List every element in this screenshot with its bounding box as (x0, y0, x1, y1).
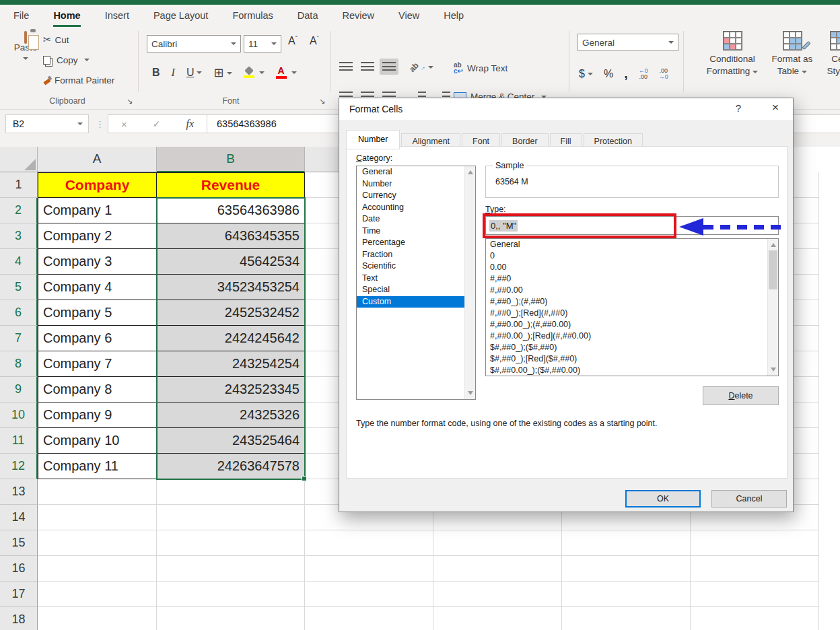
type-input[interactable]: 0,, "M" (485, 216, 779, 235)
cell-e15[interactable] (562, 530, 691, 556)
cell-b2[interactable]: 63564363986 (157, 198, 305, 223)
row-header-4[interactable]: 4 (0, 249, 38, 275)
category-listbox[interactable]: GeneralNumberCurrencyAccountingDateTimeP… (356, 166, 476, 400)
font-name-combo[interactable]: Calibri (147, 35, 241, 53)
format-code-item-4[interactable]: #,##0.00 (486, 285, 778, 296)
cell-b15[interactable] (157, 530, 305, 556)
cell-a15[interactable] (38, 530, 157, 556)
menu-tab-data[interactable]: Data (298, 5, 318, 27)
cell-f16[interactable] (691, 556, 819, 582)
menu-tab-view[interactable]: View (398, 5, 419, 27)
format-code-item-8[interactable]: #,##0.00_);[Red](#,##0.00) (486, 330, 778, 342)
formula-bar-handle[interactable]: ⋮ (96, 114, 105, 133)
dialog-tab-number[interactable]: Number (346, 130, 400, 149)
format-code-item-7[interactable]: #,##0.00_);(#,##0.00) (486, 319, 778, 330)
dialog-title-bar[interactable]: Format Cells (339, 98, 793, 120)
cell-c16[interactable] (305, 556, 433, 582)
cell-d17[interactable] (433, 582, 562, 607)
codes-scrollbar[interactable] (767, 239, 778, 376)
row-header-10[interactable]: 10 (0, 403, 38, 428)
cell-b3[interactable]: 6436345355 (157, 223, 305, 249)
grow-font-button[interactable]: Aˆ (288, 35, 298, 47)
column-header-a[interactable]: A (38, 147, 157, 172)
category-item-custom[interactable]: Custom (357, 296, 475, 308)
menu-tab-home[interactable]: Home (53, 5, 80, 27)
row-header-6[interactable]: 6 (0, 300, 38, 326)
cell-b18[interactable] (157, 607, 305, 630)
clipboard-dialog-launcher[interactable]: ↘ (127, 97, 133, 106)
cell-b12[interactable]: 24263647578 (157, 454, 305, 479)
menu-tab-review[interactable]: Review (342, 5, 374, 27)
scroll-thumb[interactable] (769, 250, 777, 289)
dialog-close-button[interactable]: × (762, 101, 789, 114)
font-name-caret[interactable] (231, 42, 236, 45)
format-code-item-10[interactable]: $#,##0_);[Red]($#,##0) (486, 353, 778, 365)
category-item-fraction[interactable]: Fraction (357, 249, 475, 261)
format-codes-listbox[interactable]: General00.00#,##0#,##0.00#,##0_);(#,##0)… (485, 238, 779, 376)
font-size-combo[interactable]: 11 (244, 35, 281, 53)
cell-d16[interactable] (433, 556, 562, 582)
cell-styles-button[interactable]: CellStyles (816, 31, 840, 77)
row-header-2[interactable]: 2 (0, 198, 38, 223)
cell-b7[interactable]: 2424245642 (157, 326, 305, 351)
row-header-12[interactable]: 12 (0, 454, 38, 479)
align-bottom-button-selected[interactable] (380, 59, 398, 75)
row-header-16[interactable]: 16 (0, 556, 38, 582)
bold-button[interactable]: B (152, 67, 160, 79)
cell-a10[interactable]: Company 9 (38, 403, 157, 428)
borders-caret[interactable] (227, 72, 232, 75)
cell-b8[interactable]: 243254254 (157, 351, 305, 377)
category-item-percentage[interactable]: Percentage (357, 237, 475, 249)
insert-function-icon[interactable]: fx (186, 118, 194, 130)
row-header-3[interactable]: 3 (0, 223, 38, 249)
cell-a7[interactable]: Company 6 (38, 326, 157, 351)
cell-b10[interactable]: 24325326 (157, 403, 305, 428)
format-code-item-9[interactable]: $#,##0_);($#,##0) (486, 342, 778, 353)
cell-a18[interactable] (38, 607, 157, 630)
format-as-table-button[interactable]: Format asTable (766, 31, 818, 77)
category-item-text[interactable]: Text (357, 273, 475, 285)
cell-c17[interactable] (305, 582, 433, 607)
select-all-corner[interactable] (0, 147, 38, 172)
cell-a5[interactable]: Company 4 (38, 275, 157, 300)
name-box-caret[interactable] (77, 123, 83, 125)
category-item-accounting[interactable]: Accounting (357, 202, 475, 214)
cell-c18[interactable] (305, 607, 433, 630)
cell-b17[interactable] (157, 582, 305, 607)
cell-a11[interactable]: Company 10 (38, 428, 157, 454)
font-dialog-launcher[interactable]: ↘ (319, 97, 325, 106)
orientation-button[interactable]: ab→ (409, 62, 433, 72)
dialog-help-button[interactable]: ? (728, 102, 748, 114)
menu-tab-page-layout[interactable]: Page Layout (153, 5, 208, 27)
number-format-caret[interactable] (668, 41, 674, 44)
conditional-formatting-button[interactable]: ConditionalFormatting (699, 31, 766, 77)
scroll-up-icon[interactable] (468, 170, 473, 174)
align-middle-button[interactable] (361, 62, 374, 73)
category-item-time[interactable]: Time (357, 225, 475, 238)
format-code-item-2[interactable]: 0.00 (486, 262, 778, 273)
cell-a9[interactable]: Company 8 (38, 377, 157, 403)
row-header-11[interactable]: 11 (0, 428, 38, 454)
comma-style-button[interactable]: , (624, 66, 628, 81)
cell-a17[interactable] (38, 582, 157, 607)
row-header-15[interactable]: 15 (0, 530, 38, 556)
cell-b5[interactable]: 34523453254 (157, 275, 305, 300)
row-header-7[interactable]: 7 (0, 326, 38, 351)
cell-b4[interactable]: 45642534 (157, 249, 305, 275)
cell-a14[interactable] (38, 505, 157, 530)
cell-d18[interactable] (433, 607, 562, 630)
cell-b9[interactable]: 2432523345 (157, 377, 305, 403)
align-top-button[interactable] (339, 62, 353, 73)
percent-style-button[interactable]: % (604, 68, 613, 80)
cell-b14[interactable] (157, 505, 305, 530)
orientation-caret[interactable] (428, 66, 433, 69)
cell-c15[interactable] (305, 530, 433, 556)
cell-a13[interactable] (38, 479, 157, 505)
cancel-entry-icon[interactable]: × (121, 118, 127, 130)
cell-b1-revenue-header[interactable]: Revenue (157, 172, 305, 198)
increase-decimal-button[interactable]: ←0.00 (639, 68, 648, 80)
decrease-decimal-button[interactable]: .00→0 (659, 68, 668, 80)
paste-button[interactable]: Paste (9, 32, 42, 63)
cell-a1-company-header[interactable]: Company (38, 172, 157, 198)
cell-b11[interactable]: 243525464 (157, 428, 305, 454)
